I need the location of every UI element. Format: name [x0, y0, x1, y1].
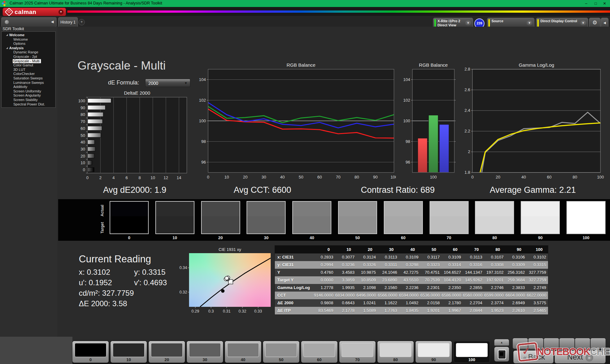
next-button[interactable]: Next»	[555, 351, 606, 363]
patch-button-100[interactable]: 100	[454, 341, 490, 363]
aux-button-5[interactable]	[575, 338, 590, 349]
patch-button-20[interactable]: 20	[149, 341, 185, 363]
chevron-right-icon: »	[586, 354, 593, 361]
aux-button-4[interactable]	[559, 338, 574, 349]
table-cell: 0.3109	[442, 253, 463, 261]
back-button[interactable]: «Back	[513, 351, 553, 363]
tab-history-1[interactable]: History 1	[58, 17, 78, 27]
sidebar-item-additivity[interactable]: Additivity	[2, 85, 55, 89]
sidebar-item-saturation-sweeps[interactable]: Saturation Sweeps	[2, 76, 55, 81]
patch-button-30[interactable]: 30	[187, 341, 223, 363]
table-cell: 3.4583	[335, 269, 356, 276]
reading-u-prime: u': 0.1952	[79, 278, 112, 287]
page-title: Grayscale - Multi	[78, 59, 166, 72]
table-col-header: 30	[378, 246, 399, 253]
sidebar-item-welcome[interactable]: Welcome	[2, 37, 55, 42]
table-col-header: 90	[505, 246, 527, 253]
target-row-label: Target	[100, 219, 105, 236]
sidebar-item-welcome[interactable]: Welcome	[2, 33, 55, 37]
table-cell: 0.2994	[314, 261, 335, 269]
table-cell: 0.2833	[314, 253, 335, 261]
aux-button-6[interactable]	[591, 338, 606, 349]
svg-text:20: 20	[81, 154, 85, 158]
swatch-label: 40	[292, 235, 331, 240]
calman-menu-button[interactable]: calman ▼	[3, 8, 66, 16]
swatch-label: 70	[430, 235, 469, 240]
maximize-icon[interactable]: □	[592, 1, 600, 6]
rgb-balance-line-chart: RGB Balance96981001021040102030405060708…	[190, 62, 396, 182]
chevron-left-icon: ◀	[603, 21, 606, 24]
table-row: Target Y0.00003.385910.850923.689043.551…	[275, 276, 548, 284]
row-label: Gamma Log/Log	[275, 284, 314, 292]
table-cell: 2.1098	[356, 284, 378, 292]
collapse-left-icon[interactable]: ◀	[51, 20, 54, 24]
table-col-header: 50	[420, 246, 442, 253]
patch-button-40[interactable]: 40	[225, 341, 261, 363]
tree-expand-icon[interactable]	[6, 34, 8, 36]
sidebar: SDR Toolkit WelcomeWelcomeOptionsAnalysi…	[0, 27, 57, 337]
svg-text:60: 60	[81, 126, 85, 131]
aux-button-3[interactable]	[544, 338, 559, 349]
table-cell: 1.5089	[356, 307, 378, 314]
svg-text:100: 100	[390, 175, 396, 179]
sidebar-item-spectral-power-dist[interactable]: Spectral Power Dist.	[2, 102, 55, 107]
reading-v-prime: v': 0.4693	[134, 278, 167, 287]
patch-button-50[interactable]: 50	[263, 341, 299, 363]
sidebar-item-3d-lut[interactable]: 3D LUT	[2, 68, 55, 72]
sidebar-item-luminance-sweeps[interactable]: Luminance Sweeps	[2, 81, 55, 85]
patch-button-0[interactable]: 0	[72, 341, 109, 363]
table-cell: 2.1780	[442, 299, 463, 307]
svg-text:2.2: 2.2	[464, 129, 470, 133]
table-cell: 2.2236	[399, 284, 420, 292]
tree-expand-icon[interactable]	[6, 47, 8, 49]
sidebar-item-screen-angularity[interactable]: Screen Angularity	[2, 93, 55, 98]
close-icon[interactable]: ✕	[600, 1, 609, 6]
rgb-balance-bar-chart: RGB Balance9698100102104100	[399, 62, 458, 182]
window-pattern-button[interactable]	[494, 347, 509, 361]
table-cell: 9146.0000	[314, 292, 335, 299]
table-cell: 0.3326	[356, 261, 378, 269]
de-formula-select[interactable]: 2000 ▼	[145, 79, 190, 87]
table-cell: 2.3833	[505, 284, 527, 292]
sidebar-item-screen-stability[interactable]: Screen Stability	[2, 98, 55, 102]
row-label: CCT	[275, 292, 314, 299]
sidebar-item-screen-uniformity[interactable]: Screen Uniformity	[2, 89, 55, 94]
svg-text:30: 30	[81, 147, 85, 152]
svg-text:40: 40	[280, 175, 285, 179]
window-title: Calman 2025 Calman Ultimate for Business…	[10, 1, 162, 5]
patch-button-60[interactable]: 60	[301, 341, 337, 363]
stat-avg-cct: Avg CCT: 6600	[234, 185, 291, 195]
sidebar-item-dynamic-range[interactable]: Dynamic Range	[2, 50, 55, 55]
table-cell: 0.0000	[314, 276, 335, 284]
sidebar-item-options[interactable]: Options	[2, 42, 55, 46]
minimize-icon[interactable]: –	[582, 1, 590, 6]
row-label: Target Y	[275, 276, 314, 284]
logo-row: calman ▼	[0, 7, 610, 16]
tray-collapse-button[interactable]: ▲	[494, 339, 509, 346]
aux-button-1[interactable]	[513, 338, 528, 349]
patch-button-80[interactable]: 80	[377, 341, 414, 363]
sidebar-header-panel[interactable]: ◀	[1, 17, 57, 27]
grayscale-swatch-strip: Actual Target 0102030405060708090100	[58, 199, 610, 241]
sidebar-item-grayscale-multi[interactable]: Grayscale - Multi	[2, 59, 55, 64]
patch-button-10[interactable]: 10	[111, 341, 147, 363]
table-cell: 197.9201	[484, 276, 505, 284]
grayscale-data-table: 0102030405060708090100x: CIE310.28330.30…	[274, 245, 548, 315]
sidebar-item-grayscale-2pt[interactable]: Grayscale - 2pt	[2, 55, 55, 59]
cie-1931-chart: CIE 1931 xy 0.290.30.310.320.330.320.34	[177, 248, 274, 316]
add-tab-button[interactable]: +	[78, 19, 85, 25]
svg-text:2: 2	[468, 149, 470, 154]
patch-button-70[interactable]: 70	[339, 341, 376, 363]
table-cell: 2.2301	[420, 284, 442, 292]
patch-button-90[interactable]: 90	[416, 341, 452, 363]
sidebar-title: SDR Toolkit	[3, 26, 24, 31]
svg-text:104: 104	[403, 77, 410, 82]
sidebar-item-colorchecker[interactable]: ColorChecker	[2, 72, 55, 76]
sidebar-item-analysis[interactable]: Analysis	[2, 46, 55, 51]
table-row: ΔE ITP83.54692.17781.50891.77631.84351.9…	[275, 307, 548, 314]
svg-text:98: 98	[406, 139, 410, 144]
table-cell: 1.1622	[378, 299, 399, 307]
sidebar-item-color-gamut[interactable]: Color Gamut	[2, 63, 55, 68]
aux-button-2[interactable]	[528, 338, 543, 349]
svg-text:102: 102	[199, 98, 206, 103]
